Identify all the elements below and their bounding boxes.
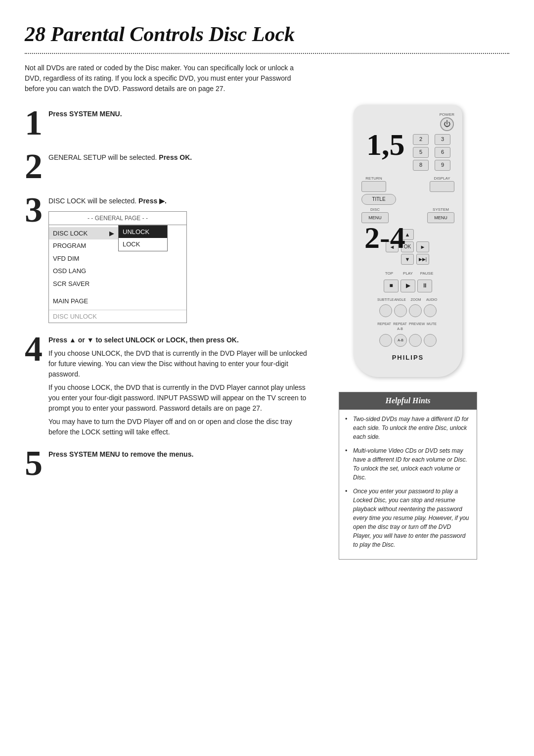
btn-6[interactable]: 6: [435, 147, 450, 158]
nav-right-button[interactable]: ►: [416, 241, 429, 252]
angle-button[interactable]: [394, 304, 407, 317]
pause-button[interactable]: ⏸: [417, 280, 432, 292]
title-divider: [25, 53, 509, 54]
btn-2[interactable]: 2: [413, 134, 429, 145]
repeat-button[interactable]: [379, 334, 392, 347]
step-1-content: Press SYSTEM MENU.: [48, 105, 122, 119]
right-column: POWER ⏻ 1,5 2 3 5 6 8 9 RETURN: [326, 105, 490, 560]
remote-big-label-bottom: 2-4: [364, 222, 405, 253]
hint-2-bullet: •: [345, 446, 350, 482]
left-column: 1 Press SYSTEM MENU. 2 GENERAL SETUP wil…: [25, 105, 312, 560]
return-button[interactable]: [361, 181, 386, 192]
menu-item-scr-saver: SCR SAVER: [49, 278, 118, 290]
step-1-text: Press SYSTEM MENU.: [48, 110, 122, 118]
zoom-button[interactable]: [409, 304, 422, 317]
skip-forward-button[interactable]: ▶▶|: [416, 254, 429, 265]
btn-3[interactable]: 3: [435, 134, 450, 145]
btn-9[interactable]: 9: [435, 160, 450, 171]
audio-button[interactable]: [424, 304, 437, 317]
preview-button[interactable]: [409, 334, 422, 347]
playback-row: ■ ▶ ⏸: [384, 280, 432, 292]
nav-empty-bl: [386, 254, 399, 265]
btn-5[interactable]: 5: [413, 147, 429, 158]
power-button[interactable]: ⏻: [440, 117, 454, 131]
power-label: POWER: [440, 112, 454, 117]
menu-header: - - GENERAL PAGE - -: [49, 212, 186, 225]
mute-button[interactable]: [424, 334, 437, 347]
helpful-hints-content: • Two-sided DVDs may have a different ID…: [339, 410, 477, 559]
repeat-row: A-B: [379, 334, 437, 347]
subtitle-label: SUBTITLE: [377, 297, 391, 302]
top-label: TOP: [382, 271, 397, 276]
title-row: TITLE: [361, 194, 454, 205]
step-2-bold: Press OK.: [159, 153, 192, 161]
main-content: 1 Press SYSTEM MENU. 2 GENERAL SETUP wil…: [25, 105, 509, 560]
subtitle-labels-row: SUBTITLE ANGLE ZOOM AUDIO: [361, 297, 454, 302]
step-1-number: 1: [25, 105, 43, 141]
play-label: PLAY: [400, 271, 415, 276]
step-4-bold: Press ▲ or ▼ to select UNLOCK or LOCK, t…: [48, 336, 239, 344]
step-4-number: 4: [25, 331, 43, 367]
step-4-para2: If you choose LOCK, the DVD that is curr…: [48, 382, 312, 414]
remote-big-label-top: 1,5: [366, 129, 405, 160]
step-4-row: 4 Press ▲ or ▼ to select UNLOCK or LOCK,…: [25, 331, 312, 437]
disc-label: DISC: [370, 207, 380, 212]
submenu-unlock: UNLOCK: [119, 226, 167, 238]
step-2-number: 2: [25, 148, 43, 184]
menu-box: - - GENERAL PAGE - - DISC LOCK ▶ PROGRAM…: [48, 211, 187, 324]
menu-main-page: MAIN PAGE: [49, 295, 118, 308]
hint-3-text: Once you enter your password to play a L…: [353, 487, 471, 549]
step-3-pre: DISC LOCK will be selected.: [48, 197, 138, 205]
intro-text: Not all DVDs are rated or coded by the D…: [25, 63, 312, 94]
display-button[interactable]: [430, 181, 454, 192]
angle-label: ANGLE: [393, 297, 407, 302]
nav-empty-tr: [416, 229, 429, 240]
system-menu-button[interactable]: MENU: [427, 212, 454, 223]
stop-button[interactable]: ■: [384, 280, 399, 292]
step-3-bold: Press ▶.: [138, 197, 167, 205]
mute-label: MUTE: [425, 322, 439, 331]
preview-label: PREVIEW: [409, 322, 423, 331]
audio-label: AUDIO: [425, 297, 439, 302]
title-button[interactable]: TITLE: [361, 194, 396, 205]
repeat-labels-row: REPEAT REPEAT A-B PREVIEW MUTE: [361, 322, 454, 331]
menu-submenu: UNLOCK LOCK: [118, 225, 168, 251]
menu-disc-unlock: DISC UNLOCK: [49, 310, 186, 323]
menu-item-disc-lock: DISC LOCK ▶: [49, 227, 118, 240]
step-3-content: DISC LOCK will be selected. Press ▶. - -…: [48, 192, 187, 324]
system-label: SYSTEM: [433, 207, 449, 212]
step-5-content: Press SYSTEM MENU to remove the menus.: [48, 445, 193, 460]
repeat-ab-label: REPEAT A-B: [393, 322, 407, 331]
menu-left: DISC LOCK ▶ PROGRAM VFD DIM OSD LANG SCR…: [49, 225, 118, 310]
step-2-row: 2 GENERAL SETUP will be selected. Press …: [25, 148, 312, 184]
philips-logo: PHILIPS: [392, 353, 424, 362]
btn-8[interactable]: 8: [413, 160, 429, 171]
step-2-content: GENERAL SETUP will be selected. Press OK…: [48, 148, 192, 163]
hint-2: • Multi-volume Video CDs or DVD sets may…: [345, 446, 471, 482]
remote-control: POWER ⏻ 1,5 2 3 5 6 8 9 RETURN: [354, 105, 462, 377]
subtitle-button[interactable]: [379, 304, 392, 317]
helpful-hints-box: Helpful Hints • Two-sided DVDs may have …: [339, 392, 477, 559]
step-1-row: 1 Press SYSTEM MENU.: [25, 105, 312, 141]
step-5-bold: Press SYSTEM MENU to remove the menus.: [48, 450, 193, 458]
step-5-row: 5 Press SYSTEM MENU to remove the menus.: [25, 445, 312, 481]
helpful-hints-header: Helpful Hints: [339, 392, 477, 409]
hint-1-bullet: •: [345, 415, 350, 441]
step-3-row: 3 DISC LOCK will be selected. Press ▶. -…: [25, 192, 312, 324]
menu-items-container: DISC LOCK ▶ PROGRAM VFD DIM OSD LANG SCR…: [49, 225, 186, 310]
hint-2-text: Multi-volume Video CDs or DVD sets may h…: [353, 446, 471, 482]
repeat-label: REPEAT: [377, 322, 391, 331]
return-display-row: RETURN DISPLAY: [361, 176, 454, 192]
step-5-number: 5: [25, 445, 43, 481]
pause-label: PAUSE: [419, 271, 434, 276]
ab-button[interactable]: A-B: [394, 334, 407, 347]
playback-labels: TOP PLAY PAUSE: [361, 271, 454, 276]
hint-3: • Once you enter your password to play a…: [345, 487, 471, 549]
zoom-label: ZOOM: [409, 297, 423, 302]
nav-down-button[interactable]: ▼: [401, 254, 414, 265]
step-3-number: 3: [25, 192, 43, 228]
play-button[interactable]: ▶: [400, 280, 415, 292]
step-2-pre: GENERAL SETUP will be selected.: [48, 153, 159, 161]
step-4-para1: If you choose UNLOCK, the DVD that is cu…: [48, 348, 312, 379]
menu-item-program: PROGRAM: [49, 239, 118, 252]
